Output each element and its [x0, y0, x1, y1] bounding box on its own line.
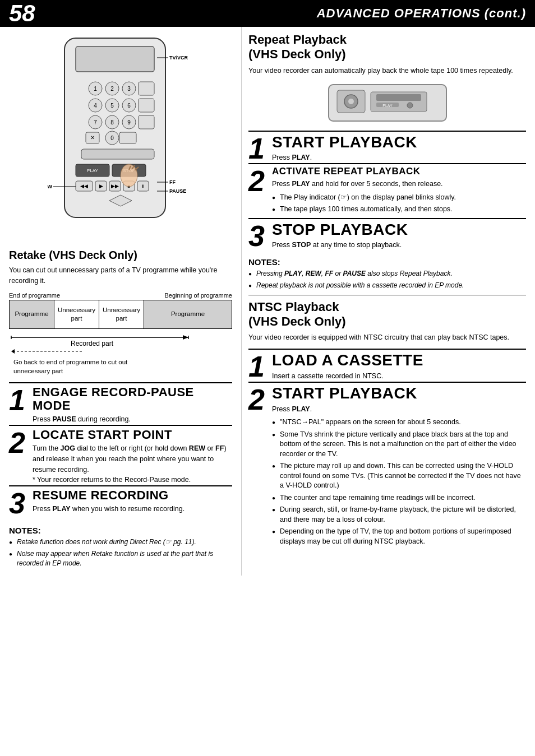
ntsc-step-2: 2 START PLAYBACK Press PLAY. "NTSC→PAL" …: [248, 382, 526, 550]
svg-rect-15: [139, 99, 154, 112]
left-note-2: Noise may appear when Retake function is…: [9, 549, 232, 568]
main-content: 1 2 3 4 5 6 7 8 9: [0, 27, 535, 576]
ntsc-step-1: 1 LOAD A CASSETTE Insert a cassette reco…: [248, 349, 526, 382]
step-2-heading: LOCATE START POINT: [33, 428, 232, 442]
ntsc-step-1-content: LOAD A CASSETTE Insert a cassette record…: [272, 352, 526, 382]
step-1-heading: ENGAGE RECORD-PAUSE MODE: [33, 386, 232, 412]
ntsc-bullet-5: During search, still, or frame-by-frame …: [272, 505, 526, 525]
step-1-number: 1: [9, 386, 30, 425]
repeat-step-3-content: STOP PLAYBACK Press STOP at any time to …: [272, 221, 526, 251]
svg-text:5: 5: [110, 103, 114, 109]
repeat-notes-list: Pressing PLAY, REW, FF or PAUSE also sto…: [248, 269, 526, 290]
svg-rect-1: [76, 47, 154, 72]
svg-text:▶: ▶: [99, 183, 103, 189]
section-divider: [248, 295, 526, 295]
repeat-playback-desc: Your video recorder can automatically pl…: [248, 66, 526, 76]
ntsc-step-2-content: START PLAYBACK Press PLAY. "NTSC→PAL" ap…: [272, 385, 526, 550]
diagram-cell-prog1: Programme: [10, 300, 54, 328]
svg-text:FF: FF: [169, 179, 176, 185]
step-2-number: 2: [9, 428, 30, 485]
svg-text:3: 3: [127, 86, 131, 92]
step-1-body: Press PAUSE during recording.: [33, 414, 232, 425]
repeat-step-2-heading: ACTIVATE REPEAT PLAYBACK: [272, 166, 526, 177]
diagram-labels: End of programme Beginning of programme: [9, 292, 232, 299]
ntsc-playback-section: NTSC Playback(VHS Deck Only) Your video …: [248, 300, 526, 550]
repeat-step-2-number: 2: [248, 166, 270, 217]
left-note-1: Retake function does not work during Dir…: [9, 537, 232, 547]
svg-text:2: 2: [110, 86, 114, 92]
ntsc-bullet-1: "NTSC→PAL" appears on the screen for abo…: [272, 418, 526, 428]
ntsc-title: NTSC Playback(VHS Deck Only): [248, 300, 526, 330]
svg-text:⏸: ⏸: [141, 184, 145, 189]
repeat-note-1: Pressing PLAY, REW, FF or PAUSE also sto…: [248, 269, 526, 279]
repeat-bullet-1: The Play indicator (☞) on the display pa…: [272, 193, 526, 203]
repeat-step-1-heading: START PLAYBACK: [272, 134, 526, 151]
ntsc-step-2-number: 2: [248, 385, 270, 550]
repeat-step-2-body: Press PLAY and hold for over 5 seconds, …: [272, 179, 526, 189]
page-title: ADVANCED OPERATIONS (cont.): [317, 6, 526, 21]
diagram-label-right: Beginning of programme: [165, 292, 232, 299]
go-back-text: Go back to end of programme to cut outun…: [9, 358, 232, 375]
retake-diagram: End of programme Beginning of programme …: [9, 292, 232, 375]
step-3-resume: 3 RESUME RECORDING Press PLAY when you w…: [9, 485, 232, 519]
remote-illustration: 1 2 3 4 5 6 7 8 9: [48, 33, 193, 240]
svg-text:4: 4: [94, 103, 97, 109]
svg-rect-68: [376, 94, 421, 101]
ntsc-bullet-2: Some TVs shrink the picture vertically a…: [272, 430, 526, 460]
step-3-heading: RESUME RECORDING: [33, 489, 232, 502]
ntsc-bullet-3: The picture may roll up and down. This c…: [272, 461, 526, 491]
svg-text:REW: REW: [48, 184, 53, 189]
ntsc-step-2-body: Press PLAY.: [272, 404, 526, 415]
ntsc-step-2-bullets: "NTSC→PAL" appears on the screen for abo…: [272, 418, 526, 546]
svg-text:✕: ✕: [90, 134, 95, 141]
repeat-step-1: 1 START PLAYBACK Press PLAY.: [248, 131, 526, 164]
svg-point-69: [407, 103, 413, 108]
step-1-content: ENGAGE RECORD-PAUSE MODE Press PAUSE dur…: [33, 386, 232, 425]
repeat-step-1-number: 1: [248, 134, 270, 164]
step-1-engage: 1 ENGAGE RECORD-PAUSE MODE Press PAUSE d…: [9, 382, 232, 425]
left-notes-list: Retake function does not work during Dir…: [9, 537, 232, 568]
svg-text:◀◀: ◀◀: [80, 183, 88, 189]
repeat-step-3-body: Press STOP at any time to stop playback.: [272, 240, 526, 251]
svg-text:PAUSE: PAUSE: [169, 188, 186, 194]
repeat-step-2: 2 ACTIVATE REPEAT PLAYBACK Press PLAY an…: [248, 163, 526, 217]
recorded-part-svg: Recorded part: [9, 331, 222, 355]
svg-rect-8: [139, 82, 154, 95]
vcr-image: PLAY: [326, 82, 449, 124]
svg-rect-28: [81, 149, 154, 159]
ntsc-step-2-heading: START PLAYBACK: [272, 385, 526, 402]
svg-text:PLAY: PLAY: [87, 168, 99, 173]
step-2-body: Turn the JOG dial to the left or right (…: [33, 443, 232, 485]
svg-text:▶▶: ▶▶: [111, 183, 119, 189]
retake-desc: You can cut out unnecessary parts of a T…: [9, 265, 232, 286]
svg-text:TV/VCR: TV/VCR: [169, 55, 188, 61]
svg-rect-27: [119, 132, 136, 143]
svg-text:Recorded part: Recorded part: [71, 340, 114, 347]
svg-text:6: 6: [127, 103, 131, 109]
diagram-cell-unnec2: Unnecessary part: [99, 300, 144, 328]
svg-text:0: 0: [110, 135, 114, 141]
svg-text:8: 8: [110, 119, 114, 126]
ntsc-step-1-number: 1: [248, 352, 270, 382]
ntsc-bullet-4: The counter and tape remaining time read…: [272, 493, 526, 503]
repeat-step-3: 3 STOP PLAYBACK Press STOP at any time t…: [248, 218, 526, 251]
svg-marker-59: [183, 335, 188, 340]
repeat-notes: NOTES: Pressing PLAY, REW, FF or PAUSE a…: [248, 255, 526, 290]
page-number: 58: [9, 2, 35, 25]
step-3-content: RESUME RECORDING Press PLAY when you wis…: [33, 489, 232, 519]
svg-rect-22: [139, 115, 154, 129]
svg-text:7: 7: [94, 119, 97, 126]
repeat-notes-title: NOTES:: [248, 257, 526, 267]
svg-point-66: [348, 99, 354, 104]
repeat-playback-title: Repeat Playback(VHS Deck Only): [248, 33, 526, 62]
step-3-number: 3: [9, 489, 30, 519]
repeat-step-1-content: START PLAYBACK Press PLAY.: [272, 134, 526, 164]
left-column: 1 2 3 4 5 6 7 8 9: [0, 27, 241, 576]
svg-marker-62: [11, 349, 15, 354]
step-3-body: Press PLAY when you wish to resume recor…: [33, 504, 232, 514]
right-column: Repeat Playback(VHS Deck Only) Your vide…: [241, 27, 535, 576]
svg-text:9: 9: [127, 119, 131, 126]
diagram-label-left: End of programme: [9, 292, 60, 299]
diagram-cell-prog2: Programme: [144, 300, 232, 328]
svg-text:1: 1: [94, 86, 97, 92]
